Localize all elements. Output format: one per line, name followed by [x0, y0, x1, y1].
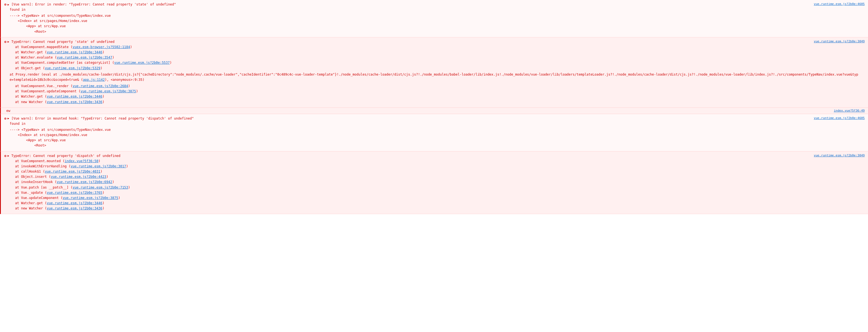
component-line-4-0: ----> <TypeNav> at src/components/TypeNa… [10, 127, 859, 133]
stack-line-5-0: at VueComponent.mounted (index.vue?5f36:… [10, 159, 859, 164]
error-message-4: [Vue warn]: Error in mounted hook: "Type… [11, 116, 194, 120]
stack-trace-2b: at VueComponent.Vue._render (vue.runtime… [4, 83, 865, 105]
stack-line-2b-0: at VueComponent.Vue._render (vue.runtime… [10, 84, 859, 89]
separator-block: ew index.vue?5f36:49 [0, 108, 868, 114]
stack-link-5-9[interactable]: vue.runtime.esm.js?2b0e:3436 [47, 206, 102, 210]
stack-link-2-2[interactable]: vue.runtime.esm.js?2b0e:3547 [57, 56, 112, 59]
found-in-1: found in [4, 7, 865, 12]
error-icon-2: ⊗ [4, 39, 6, 44]
error-message-2: TypeError: Cannot read property 'state' … [11, 40, 115, 44]
found-in-4: found in [4, 121, 865, 127]
error-message-1: [Vue warn]: Error in render: "TypeError:… [11, 2, 176, 6]
stack-link-5-7[interactable]: vue.runtime.esm.js?2b0e:3875 [63, 196, 118, 200]
expand-arrow-2[interactable]: ▶ [7, 40, 9, 43]
error-header-2: ⊗ ▶ TypeError: Cannot read property 'sta… [4, 39, 865, 44]
stack-line-5-2: at callHook$1 (vue.runtime.esm.js?2b0e:4… [10, 169, 859, 174]
expand-arrow-1[interactable]: ▶ [7, 3, 9, 6]
error-source-5[interactable]: vue.runtime.esm.js?2b0e:3049 [814, 154, 865, 157]
error-header-1: ⊗ ▶ [Vue warn]: Error in render: "TypeEr… [4, 2, 865, 7]
stack-link-5-8[interactable]: vue.runtime.esm.js?2b0e:3446 [47, 201, 102, 205]
error-source-4[interactable]: vue.runtime.esm.js?2b0e:4605 [814, 116, 865, 120]
component-stack-1: ----> <TypeNav> at src/components/TypeNa… [4, 12, 865, 35]
error-icon-1: ⊗ [4, 2, 6, 7]
stack-line-2-0: at VueComponent.mappedState (vuex.esm-br… [10, 45, 859, 50]
error-header-5: ⊗ ▶ TypeError: Cannot read property 'dis… [4, 154, 865, 158]
error-header-4: ⊗ ▶ [Vue warn]: Error in mounted hook: "… [4, 116, 865, 121]
long-trace-2: at Proxy.render (eval at ./node_modules/… [4, 72, 865, 83]
error-block-4: ⊗ ▶ [Vue warn]: Error in mounted hook: "… [0, 114, 868, 151]
stack-line-5-1: at invokeWithErrorHandling (vue.runtime.… [10, 164, 859, 169]
app-js-link[interactable]: app.js:1142 [83, 78, 104, 82]
component-stack-4: ----> <TypeNav> at src/components/TypeNa… [4, 127, 865, 149]
error-title-2: ⊗ ▶ TypeError: Cannot read property 'sta… [4, 39, 810, 44]
component-line-4-3: <Root> [10, 143, 859, 148]
stack-line-5-5: at Vue.patch [as __patch__] (vue.runtime… [10, 185, 859, 190]
stack-line-2-3: at VueComponent.computedGetter [as categ… [10, 60, 859, 65]
stack-link-2b-3[interactable]: vue.runtime.esm.js?2b0e:3436 [47, 100, 102, 104]
error-block-2: ⊗ ▶ TypeError: Cannot read property 'sta… [0, 37, 868, 108]
stack-link-5-5[interactable]: vue.runtime.esm.js?2b0e:7153 [73, 186, 128, 189]
component-line-4-1: <Index> at src/pages/Home/index.vue [10, 133, 859, 138]
console-panel: ⊗ ▶ [Vue warn]: Error in render: "TypeEr… [0, 0, 868, 332]
stack-link-2-1[interactable]: vue.runtime.esm.js?2b0e:3446 [47, 50, 102, 54]
stack-link-5-2[interactable]: vue.runtime.esm.js?2b0e:4031 [45, 170, 100, 173]
stack-trace-5: at VueComponent.mounted (index.vue?5f36:… [4, 158, 865, 212]
stack-line-2b-1: at VueComponent.updateComponent (vue.run… [10, 89, 859, 94]
stack-line-5-7: at Vue.updateComponent (vue.runtime.esm.… [10, 195, 859, 201]
stack-line-5-8: at Watcher.get (vue.runtime.esm.js?2b0e:… [10, 201, 859, 206]
stack-trace-2: at VueComponent.mappedState (vuex.esm-br… [4, 44, 865, 72]
error-icon-5: ⊗ [4, 154, 6, 158]
stack-line-5-9: at new Watcher (vue.runtime.esm.js?2b0e:… [10, 206, 859, 211]
stack-link-2-4[interactable]: vue.runtime.esm.js?2b0e:5329 [45, 66, 100, 70]
error-title-5: ⊗ ▶ TypeError: Cannot read property 'dis… [4, 154, 810, 158]
ew-label: ew [6, 109, 10, 113]
error-block-1: ⊗ ▶ [Vue warn]: Error in render: "TypeEr… [0, 0, 868, 37]
error-title-1: ⊗ ▶ [Vue warn]: Error in render: "TypeEr… [4, 2, 810, 7]
error-block-5: ⊗ ▶ TypeError: Cannot read property 'dis… [0, 151, 868, 214]
component-line-1-1: <Index> at src/pages/Home/index.vue [10, 19, 859, 24]
error-source-1[interactable]: vue.runtime.esm.js?2b0e:4605 [814, 2, 865, 6]
stack-line-5-4: at invokeInsertHook (vue.runtime.esm.js?… [10, 179, 859, 185]
stack-line-2b-2: at Watcher.get (vue.runtime.esm.js?2b0e:… [10, 94, 859, 99]
stack-link-5-6[interactable]: vue.runtime.esm.js?2b0e:3765 [47, 191, 102, 195]
stack-line-5-3: at Object.insert (vue.runtime.esm.js?2b0… [10, 174, 859, 179]
stack-line-2-2: at Watcher.evaluate (vue.runtime.esm.js?… [10, 55, 859, 60]
stack-link-2-3[interactable]: vue.runtime.esm.js?2b0e:5537 [114, 61, 169, 64]
component-line-4-2: <App> at src/App.vue [10, 138, 859, 143]
stack-line-2-1: at Watcher.get (vue.runtime.esm.js?2b0e:… [10, 50, 859, 55]
stack-link-2b-0[interactable]: vue.runtime.esm.js?2b0e:2684 [73, 84, 128, 88]
stack-line-5-6: at Vue._update (vue.runtime.esm.js?2b0e:… [10, 190, 859, 195]
error-icon-4: ⊗ [4, 116, 6, 121]
stack-line-2b-3: at new Watcher (vue.runtime.esm.js?2b0e:… [10, 100, 859, 105]
expand-arrow-4[interactable]: ▶ [7, 117, 9, 120]
stack-line-2-4: at Object.get (vue.runtime.esm.js?2b0e:5… [10, 66, 859, 71]
stack-link-2b-1[interactable]: vue.runtime.esm.js?2b0e:3875 [81, 89, 136, 93]
stack-link-5-3[interactable]: vue.runtime.esm.js?2b0e:4423 [51, 175, 106, 178]
stack-link-2-0[interactable]: vuex.esm-browser.js?5502:1184 [73, 45, 130, 49]
stack-link-5-0[interactable]: index.vue?5f36:50 [65, 159, 98, 163]
stack-link-2b-2[interactable]: vue.runtime.esm.js?2b0e:3446 [47, 94, 102, 99]
ew-source[interactable]: index.vue?5f36:49 [834, 109, 865, 112]
component-line-1-0: ----> <TypeNav> at src/components/TypeNa… [10, 13, 859, 19]
component-line-1-3: <Root> [10, 29, 859, 34]
component-line-1-2: <App> at src/App.vue [10, 24, 859, 29]
expand-arrow-5[interactable]: ▶ [7, 154, 9, 157]
error-title-4: ⊗ ▶ [Vue warn]: Error in mounted hook: "… [4, 116, 810, 121]
error-source-2[interactable]: vue.runtime.esm.js?2b0e:3049 [814, 39, 865, 43]
stack-link-5-4[interactable]: vue.runtime.esm.js?2b0e:6942 [57, 180, 112, 184]
stack-link-5-1[interactable]: vue.runtime.esm.js?2b0e:3017 [70, 164, 126, 168]
error-message-5: TypeError: Cannot read property 'dispatc… [11, 154, 120, 158]
